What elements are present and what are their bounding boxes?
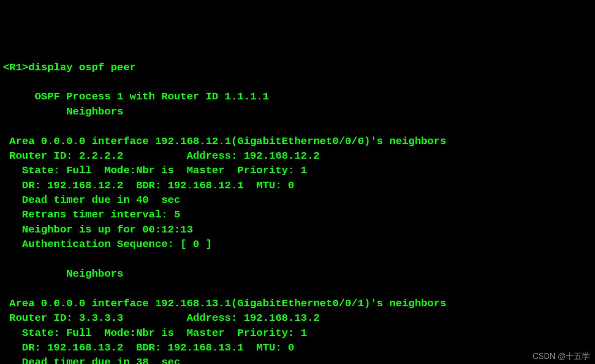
neighbor-dr-line: DR: 192.168.13.2 BDR: 192.168.13.1 MTU: … bbox=[3, 342, 294, 353]
neighbor-dr-line: DR: 192.168.12.2 BDR: 192.168.12.1 MTU: … bbox=[3, 180, 294, 191]
neighbor-auth-line: Authentication Sequence: [ 0 ] bbox=[3, 238, 212, 250]
neighbor-dead-timer-line: Dead timer due in 40 sec bbox=[3, 194, 180, 206]
prompt: <R1> bbox=[3, 62, 28, 73]
neighbor-state-line: State: Full Mode:Nbr is Master Priority:… bbox=[3, 327, 307, 339]
watermark: CSDN @十五学 bbox=[533, 351, 590, 362]
neighbors-header: Neighbors bbox=[3, 268, 123, 280]
neighbor-router-id-line: Router ID: 2.2.2.2 Address: 192.168.12.2 bbox=[3, 150, 320, 162]
terminal-output: <R1>display ospf peer OSPF Process 1 wit… bbox=[3, 60, 592, 364]
neighbor-dead-timer-line: Dead timer due in 38 sec bbox=[3, 356, 180, 364]
neighbor-router-id-line: Router ID: 3.3.3.3 Address: 192.168.13.2 bbox=[3, 312, 320, 324]
neighbor-uptime-line: Neighbor is up for 00:12:13 bbox=[3, 224, 193, 235]
neighbor-retrans-line: Retrans timer interval: 5 bbox=[3, 209, 180, 220]
neighbor-area-line: Area 0.0.0.0 interface 192.168.12.1(Giga… bbox=[3, 136, 446, 147]
command: display ospf peer bbox=[28, 62, 136, 73]
neighbors-header: Neighbors bbox=[3, 106, 123, 117]
neighbor-state-line: State: Full Mode:Nbr is Master Priority:… bbox=[3, 165, 307, 176]
neighbor-area-line: Area 0.0.0.0 interface 192.168.13.1(Giga… bbox=[3, 298, 446, 309]
ospf-process-header: OSPF Process 1 with Router ID 1.1.1.1 bbox=[3, 91, 269, 102]
